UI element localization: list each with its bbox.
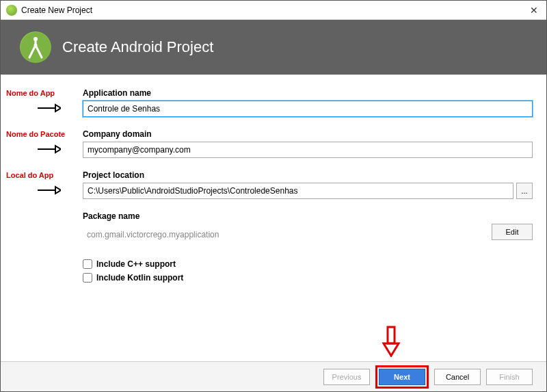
package-name-value: com.gmail.victorcrego.myapplication [83,224,219,239]
titlebar: Create New Project ✕ [1,1,546,20]
arrow-icon [36,184,61,196]
android-studio-icon [6,5,17,16]
arrow-icon [36,102,61,114]
include-cpp-checkbox[interactable] [83,259,92,269]
application-name-input[interactable] [83,101,533,117]
svg-marker-4 [55,105,61,112]
project-location-label: Project location [83,170,533,180]
browse-location-button[interactable]: ... [516,183,533,199]
cancel-button[interactable]: Cancel [434,369,481,385]
svg-marker-6 [55,146,61,153]
svg-rect-9 [388,327,395,343]
company-domain-label: Company domain [83,129,533,139]
include-cpp-label: Include C++ support [96,259,176,269]
edit-package-button[interactable]: Edit [492,224,533,240]
header-banner: Create Android Project [1,20,546,75]
annotation-location: Local do App [6,171,53,179]
package-name-label: Package name [83,211,533,221]
include-kotlin-checkbox[interactable] [83,273,92,283]
options-group: Include C++ support Include Kotlin suppo… [83,259,533,283]
android-studio-logo-icon [20,31,51,63]
project-location-input[interactable] [83,183,513,199]
include-kotlin-label: Include Kotlin support [96,273,183,283]
next-button[interactable]: Next [379,369,425,385]
company-domain-input[interactable] [83,142,533,158]
arrow-icon [36,143,61,155]
footer-buttons: Previous Next Cancel Finish [1,361,546,391]
svg-point-1 [34,37,38,41]
arrow-down-icon [381,326,401,357]
annotation-app-name: Nome do App [6,89,55,97]
next-highlight-box: Next [375,365,429,389]
page-title: Create Android Project [62,38,213,56]
previous-button: Previous [323,369,370,385]
finish-button: Finish [486,369,533,385]
svg-point-2 [34,44,38,47]
svg-marker-10 [384,343,399,356]
window-title: Create New Project [21,5,92,15]
annotation-package-name: Nome do Pacote [6,130,65,138]
close-icon[interactable]: ✕ [527,5,541,16]
application-name-label: Application name [83,88,533,98]
svg-marker-8 [55,187,61,194]
content-area: Nome do App Application name Nome do Pac… [1,88,546,361]
